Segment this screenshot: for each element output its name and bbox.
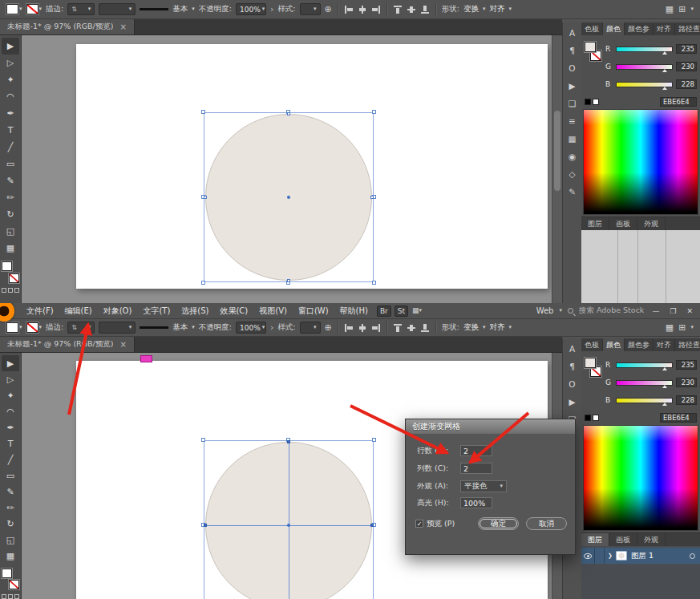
character-panel-icon[interactable]: A [565, 342, 580, 354]
selection-handle[interactable] [372, 110, 376, 114]
stock-search-input[interactable]: 搜索 Adobe Stock [579, 306, 644, 316]
align-right-icon[interactable] [371, 5, 381, 14]
stroke-color-swatch[interactable] [26, 322, 38, 333]
tab-appearance[interactable]: 外观 [637, 217, 666, 230]
tab-artboards[interactable]: 画板 [609, 533, 637, 546]
selected-object[interactable] [204, 440, 374, 599]
tab-color-guide[interactable]: 颜色参 [625, 22, 653, 35]
document-tab[interactable]: 未标题-1* @ 97% (RGB/预览) × [0, 337, 135, 352]
white-swatch[interactable] [593, 415, 599, 421]
menu-help[interactable]: 帮助(H) [334, 306, 374, 317]
chevron-down-icon[interactable]: ▾ [129, 325, 132, 330]
stepper-icon[interactable]: ⇅ [71, 6, 77, 13]
chevron-down-icon[interactable]: ▾ [129, 6, 132, 12]
style-dropdown[interactable]: ▾ [300, 322, 321, 334]
highlight-input[interactable] [460, 497, 492, 508]
pen-tool[interactable]: ✒ [2, 419, 19, 435]
tab-pathfinder[interactable]: 路径查 [675, 338, 700, 351]
align-left-icon[interactable] [344, 323, 354, 333]
chevron-down-icon[interactable]: ▾ [19, 6, 22, 12]
bridge-button[interactable]: Br [377, 306, 391, 317]
scale-tool[interactable]: ◱ [2, 223, 19, 240]
draw-inside-icon[interactable] [14, 594, 19, 599]
draw-modes[interactable] [2, 288, 19, 293]
paragraph-panel-icon[interactable]: ¶ [565, 44, 580, 56]
selection-handle[interactable] [201, 438, 205, 442]
paragraph-panel-icon[interactable]: ¶ [565, 360, 580, 372]
workspace-columns-icon[interactable]: ⊞ [678, 323, 686, 332]
anchor-point[interactable] [287, 279, 290, 282]
b-value[interactable]: 228 [676, 79, 697, 89]
chevron-down-icon[interactable]: ▾ [509, 325, 512, 330]
layer-name[interactable]: 图层 1 [631, 551, 653, 561]
chevron-down-icon[interactable]: ▾ [500, 484, 503, 489]
center-point[interactable] [287, 196, 290, 199]
align-dropdown[interactable]: 对齐 [490, 4, 505, 14]
pencil-tool[interactable]: ✏ [2, 189, 19, 206]
fill-proxy[interactable] [2, 261, 12, 271]
selection-handle[interactable] [201, 110, 205, 114]
r-value[interactable]: 235 [676, 44, 697, 54]
align-center-icon[interactable] [358, 5, 367, 14]
chevron-down-icon[interactable]: ▾ [314, 6, 317, 12]
mesh-point[interactable] [370, 524, 374, 527]
visibility-toggle[interactable] [581, 548, 595, 564]
rectangle-tool[interactable]: ▭ [2, 467, 19, 484]
type-tool[interactable]: T [2, 435, 19, 451]
rotate-tool[interactable]: ↻ [2, 516, 19, 532]
line-segment-tool[interactable]: ╱ [2, 139, 19, 156]
g-slider[interactable] [616, 380, 673, 386]
hex-value[interactable]: EBE6E4 [660, 413, 697, 423]
align-center-icon[interactable] [358, 323, 367, 333]
chevron-down-icon[interactable]: ▾ [262, 6, 265, 12]
stroke-color-swatch[interactable] [26, 4, 38, 14]
fill-stroke-controls[interactable] [2, 261, 19, 283]
fill-proxy[interactable] [2, 569, 12, 578]
align-bottom-icon[interactable] [420, 5, 430, 14]
tab-align[interactable]: 对齐 [653, 22, 675, 35]
align-top-icon[interactable] [393, 5, 403, 14]
anchor-point[interactable] [370, 196, 374, 199]
fill-proxy[interactable] [585, 42, 596, 52]
opacity-input[interactable]: 100%▾ [236, 322, 266, 334]
profile-basic-dropdown[interactable]: 基本 [172, 322, 188, 333]
r-slider[interactable] [616, 362, 673, 368]
links-panel-icon[interactable]: ◇ [565, 168, 580, 180]
stock-button[interactable]: St [395, 306, 408, 317]
transform-dropdown[interactable]: 变换 [463, 4, 479, 14]
menu-type[interactable]: 文字(T) [137, 306, 176, 317]
paintbrush-tool[interactable]: ✎ [2, 484, 19, 500]
tab-pathfinder[interactable]: 路径查 [675, 22, 700, 35]
chevron-down-icon[interactable]: ▾ [88, 6, 91, 12]
artboards-panel-icon[interactable]: ❏ [565, 97, 580, 109]
chevron-down-icon[interactable]: ▾ [690, 325, 694, 330]
tab-color-guide[interactable]: 颜色参 [625, 338, 653, 351]
menu-object[interactable]: 对象(O) [98, 306, 138, 317]
draw-behind-icon[interactable] [8, 288, 13, 293]
close-tab-icon[interactable]: × [120, 340, 127, 349]
align-right-icon[interactable] [371, 323, 381, 333]
chevron-down-icon[interactable]: ▾ [39, 6, 42, 12]
align-left-icon[interactable] [344, 5, 354, 14]
opacity-input[interactable]: 100%▾ [236, 3, 266, 15]
tab-color[interactable]: 颜色 [603, 22, 625, 35]
document-tab[interactable]: 未标题-1* @ 97% (RGB/预览) × [0, 19, 135, 34]
b-slider[interactable] [616, 398, 673, 403]
black-swatch[interactable] [585, 415, 591, 421]
r-slider[interactable] [616, 47, 673, 52]
minimize-button[interactable]: — [649, 307, 662, 315]
arrange-documents-icon[interactable]: ▦ [412, 307, 419, 314]
preview-checkbox[interactable]: ✓ [415, 520, 423, 528]
menu-edit[interactable]: 编辑(E) [59, 306, 98, 317]
small-selected-rectangle[interactable] [140, 355, 152, 362]
chevron-down-icon[interactable]: ▾ [483, 325, 486, 330]
draw-normal-icon[interactable] [2, 288, 6, 293]
scrollbar-thumb[interactable] [554, 111, 560, 191]
workspace-grid-icon[interactable]: ▦ [666, 323, 674, 332]
draw-behind-icon[interactable] [8, 594, 13, 599]
line-segment-tool[interactable]: ╱ [2, 451, 19, 467]
appearance-dropdown[interactable]: 平接色▾ [460, 480, 507, 492]
mesh-tool[interactable]: ▦ [2, 548, 19, 564]
g-value[interactable]: 230 [676, 62, 697, 71]
menu-select[interactable]: 选择(S) [176, 306, 214, 317]
